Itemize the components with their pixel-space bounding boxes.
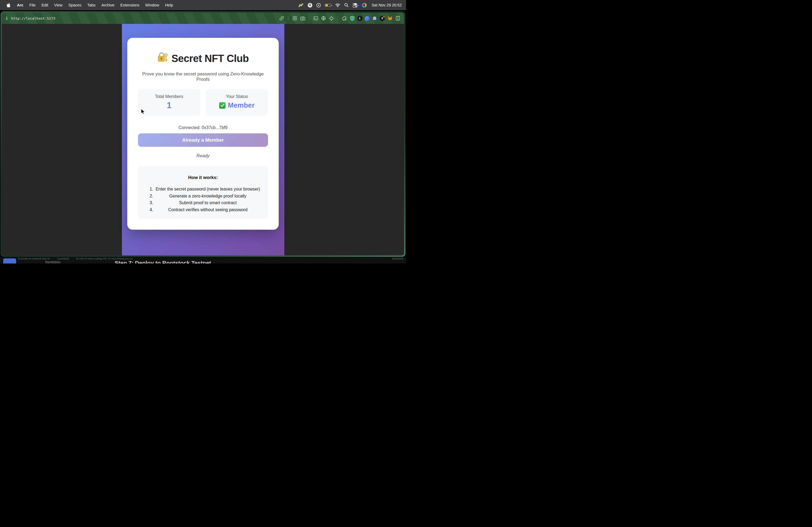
total-members-card: Total Members 1 [138,89,200,116]
total-members-label: Total Members [138,94,200,99]
total-members-value: 1 [138,101,200,110]
menu-file[interactable]: File [26,3,39,7]
link-icon[interactable] [279,16,284,21]
menu-clock[interactable]: Sat Nov 29 20:52 [372,3,402,7]
spotlight-search-icon[interactable] [344,2,349,8]
target-icon[interactable] [329,16,334,21]
menu-app-name[interactable]: Arc [14,3,26,7]
your-status-card: Your Status Member [206,89,268,116]
menu-tabs[interactable]: Tabs [84,3,99,7]
menu-archive[interactable]: Archive [99,3,117,7]
how-step-1: Enter the secret password (never leaves … [155,186,261,193]
split-view-icon[interactable] [395,16,400,21]
bluesky-icon[interactable] [365,16,370,21]
check-mark-icon [219,102,226,109]
background-window-sliver: zk proofs on rootstock trial run Launchp… [0,257,406,264]
background-format-hint: Markdown [392,257,403,260]
how-it-works-title: How it works: [145,175,261,180]
metamask-icon[interactable] [387,16,393,21]
menu-help[interactable]: Help [162,3,176,7]
how-it-works-list: Enter the secret password (never leaves … [145,186,261,213]
script-l-icon[interactable]: L [358,16,362,21]
sliver-divider [214,259,214,264]
menu-view[interactable]: View [51,3,66,7]
page-title-text: Secret NFT Club [171,53,249,64]
connected-address: Connected: 0x37cb...7bf9 [138,125,268,130]
page-subtitle: Prove you know the secret password using… [138,71,268,82]
color-wheel-icon[interactable] [362,3,366,7]
browser-toolbar: i http://localhost:5173 [2,13,404,24]
background-tab-pill[interactable] [3,258,16,264]
terminal-icon[interactable] [313,16,318,21]
menu-window[interactable]: Window [142,3,162,7]
gradient-background: Secret NFT Club Prove you know the secre… [122,24,284,255]
toolbar-divider [338,16,338,21]
background-site-name: Symbiosis [45,260,60,264]
background-tab-title: zk proofs on rootstock trial run [18,257,50,260]
menu-bar: Arc File Edit View Spaces Tabs Archive E… [0,0,406,10]
mouse-cursor [141,108,145,116]
page-viewport: Secret NFT Club Prove you know the secre… [2,24,404,255]
your-status-value: Member [206,101,268,109]
apple-menu-icon[interactable] [4,3,12,7]
your-status-label: Your Status [206,94,268,99]
url-text[interactable]: http://localhost:5173 [11,16,55,20]
screenshot-image-icon[interactable] [292,16,298,21]
how-step-4: Contract verifies without seeing passwor… [155,206,261,213]
already-member-button[interactable]: Already a Member [138,133,268,147]
how-step-2: Generate a zero-knowledge proof locally [155,193,261,200]
lock-key-icon [157,52,168,65]
control-center-icon[interactable] [352,2,358,8]
member-text: Member [228,101,255,109]
battery-icon[interactable] [325,4,331,7]
x-app-icon[interactable]: X [380,16,385,21]
stocks-chart-icon[interactable] [298,2,304,8]
stats-row: Total Members 1 Your Status Member [138,89,268,116]
play-icon[interactable] [316,2,321,8]
wifi-icon[interactable] [335,2,340,8]
toolbar-divider [288,16,288,21]
focus-dot [357,4,359,7]
browser-window: i http://localhost:5173 [1,11,405,257]
status-text: Ready [138,153,268,159]
toolbar-divider [309,16,309,21]
menu-edit[interactable]: Edit [39,3,51,7]
page-title: Secret NFT Club [138,52,268,65]
ghost-icon[interactable] [372,16,377,21]
app-card: Secret NFT Club Prove you know the secre… [127,38,279,230]
how-it-works-box: How it works: Enter the secret password … [138,166,268,219]
menu-extensions[interactable]: Extensions [117,3,142,7]
site-info-icon[interactable]: i [6,16,8,20]
grammarly-icon[interactable]: G [308,3,312,7]
background-doc-heading: Step 7: Deploy to Rootstock Testnet [115,260,211,264]
background-app-hint: Launchpad [57,257,69,260]
extensions-puzzle-icon[interactable] [342,16,347,21]
screen: Arc File Edit View Spaces Tabs Archive E… [0,0,406,264]
menu-spaces[interactable]: Spaces [66,3,84,7]
shield-adguard-icon[interactable] [350,16,355,21]
camera-icon[interactable] [300,16,305,21]
globe-icon[interactable] [321,16,326,21]
address-bar[interactable]: i http://localhost:5173 [6,16,55,20]
how-step-3: Submit proof to smart contract [155,199,261,206]
